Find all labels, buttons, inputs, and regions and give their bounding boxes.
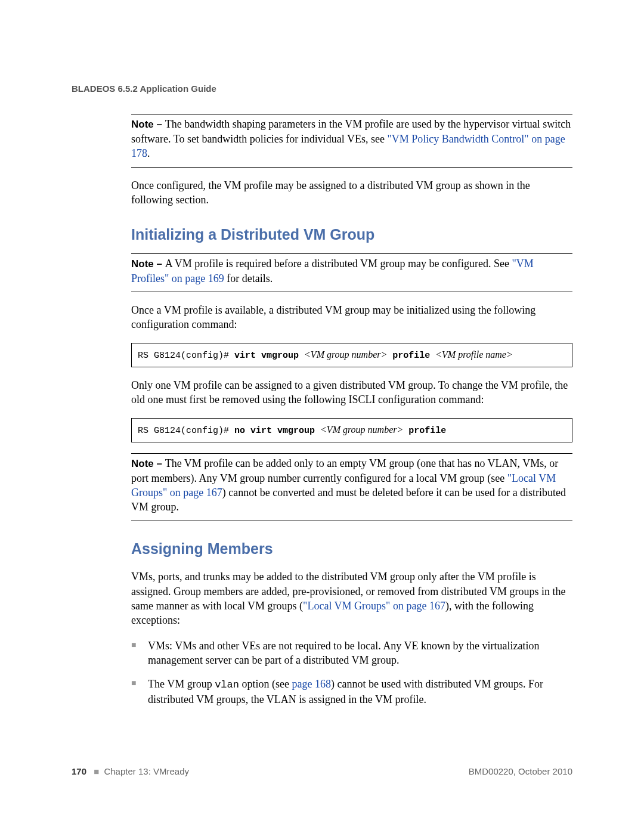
page-number: 170: [72, 766, 86, 776]
command-box-2: RS G8124(config)# no virt vmgroup <VM gr…: [131, 418, 572, 442]
note-block-3: Note – The VM profile can be added only …: [131, 456, 572, 515]
footer-left: 170 ■ Chapter 13: VMready: [72, 766, 189, 776]
note-text: The VM profile can be added only to an e…: [131, 457, 558, 484]
cmd-keyword: profile: [403, 426, 446, 436]
body-paragraph: Only one VM profile can be assigned to a…: [131, 378, 572, 407]
note-text: A VM profile is required before a distri…: [165, 258, 512, 270]
body-paragraph: Once configured, the VM profile may be a…: [131, 178, 572, 208]
cmd-prefix: RS G8124(config)#: [138, 351, 234, 361]
rule: [131, 453, 572, 454]
bullet-list: VMs: VMs and other VEs are not required …: [131, 639, 572, 707]
note-label: Note –: [131, 119, 165, 130]
link-page-168[interactable]: page 168: [292, 678, 330, 690]
main-content: Note – The bandwidth shaping parameters …: [131, 114, 572, 707]
inline-code: vlan: [215, 679, 239, 690]
cmd-keyword: virt vmgroup: [234, 351, 304, 361]
footer-right: BMD00220, October 2010: [469, 766, 572, 776]
cmd-keyword: profile: [387, 351, 435, 361]
cmd-prefix: RS G8124(config)#: [138, 426, 234, 436]
command-box-1: RS G8124(config)# virt vmgroup <VM group…: [131, 343, 572, 367]
link-local-vm-groups-2[interactable]: "Local VM Groups" on page 167: [303, 600, 445, 612]
list-text: option (see: [239, 678, 292, 690]
doc-header: BLADEOS 6.5.2 Application Guide: [72, 83, 572, 94]
note-block-2: Note – A VM profile is required before a…: [131, 256, 572, 286]
note-text-tail: for details.: [224, 272, 273, 284]
body-paragraph: Once a VM profile is available, a distri…: [131, 303, 572, 332]
page-footer: 170 ■ Chapter 13: VMready BMD00220, Octo…: [72, 766, 572, 776]
note-text-tail: .: [147, 147, 150, 159]
note-label: Note –: [131, 258, 165, 270]
cmd-arg: <VM group number>: [304, 349, 387, 360]
list-item: The VM group vlan option (see page 168) …: [131, 677, 572, 707]
list-item: VMs: VMs and other VEs are not required …: [131, 639, 572, 668]
chapter-label: Chapter 13: VMready: [104, 766, 189, 776]
rule: [131, 521, 572, 521]
heading-assigning-members: Assigning Members: [131, 539, 572, 559]
cmd-arg: <VM profile name>: [435, 349, 512, 360]
cmd-keyword: no virt vmgroup: [234, 426, 320, 436]
note-label: Note –: [131, 458, 165, 469]
cmd-arg: <VM group number>: [320, 425, 403, 435]
list-text: VMs: VMs and other VEs are not required …: [148, 640, 539, 666]
rule: [131, 292, 572, 292]
heading-init-distributed-vm-group: Initializing a Distributed VM Group: [131, 225, 572, 245]
square-bullet-icon: ■: [94, 766, 99, 776]
body-paragraph: VMs, ports, and trunks may be added to t…: [131, 569, 572, 627]
list-text: The VM group: [148, 678, 215, 690]
rule: [131, 167, 572, 168]
rule: [131, 114, 572, 114]
rule: [131, 253, 572, 254]
note-block-1: Note – The bandwidth shaping parameters …: [131, 117, 572, 161]
